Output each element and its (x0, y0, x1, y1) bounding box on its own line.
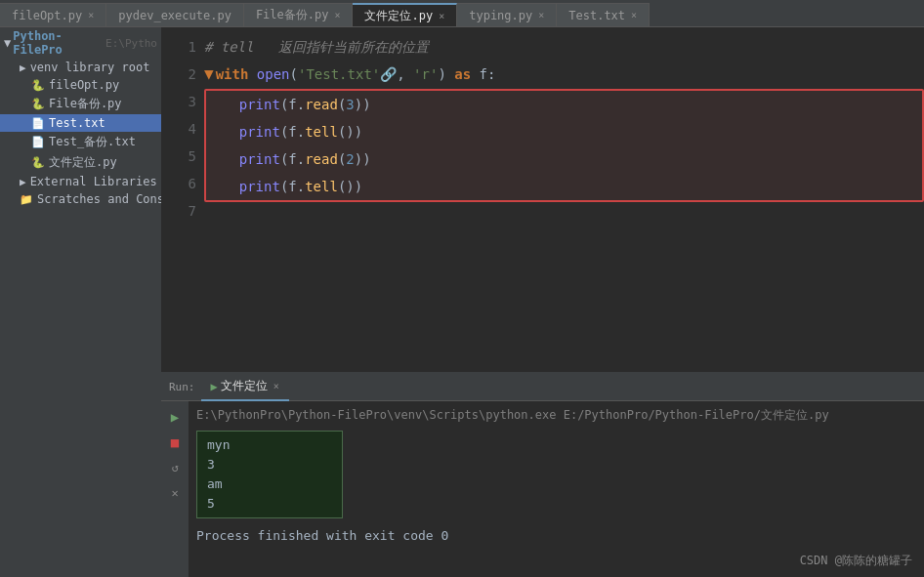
sidebar-item-label: Scratches and Consoles (37, 192, 161, 206)
arrow-icon: ▼ (4, 36, 11, 50)
tab-close-icon[interactable]: × (538, 10, 544, 21)
panel-content: ▶ ■ ↺ ✕ E:\PythonPro\Python-FilePro\venv… (161, 401, 924, 577)
code-token: print (239, 145, 280, 173)
code-line-2: ▼ with open ( 'Test.txt' 🔗 , 'r' ) as f: (204, 61, 924, 88)
project-path: E:\Pytho (105, 37, 157, 50)
arrow-icon: ▶ (20, 176, 26, 188)
code-token: ( (290, 61, 298, 88)
code-token (206, 91, 239, 118)
code-line-6: ⬛ print (f. tell ()) (206, 173, 922, 200)
code-line-3: print (f. read ( 3 )) (206, 91, 922, 118)
sidebar-item-venv[interactable]: ▶ venv library root (0, 59, 161, 76)
console-command: E:\PythonPro\Python-FilePro\venv\Scripts… (196, 405, 916, 425)
finish-message: Process finished with exit code 0 (196, 526, 916, 546)
code-token: tell (305, 173, 338, 200)
tab-label: typing.py (469, 9, 532, 22)
tab-test-txt[interactable]: Test.txt × (557, 3, 650, 26)
code-token: tell (305, 118, 338, 145)
panel-tab-label: 文件定位 (221, 378, 268, 394)
tab-label: File备份.py (256, 7, 329, 23)
tab-pydev[interactable]: pydev_execute.py (106, 3, 244, 26)
sidebar-item-test-backup[interactable]: 📄 Test_备份.txt (0, 132, 161, 152)
run-icon: ▶ (211, 380, 218, 393)
sidebar-item-label: 文件定位.py (49, 154, 117, 171)
code-token: (f. (280, 118, 305, 145)
sidebar: ▼ Python-FilePro E:\Pytho ▶ venv library… (0, 27, 161, 577)
run-label: Run: (169, 381, 195, 393)
code-token: as (454, 61, 479, 88)
code-token: f: (480, 61, 496, 88)
python-file-icon: 🐍 (31, 98, 45, 110)
code-token: 'r' (413, 61, 438, 88)
run-button[interactable]: ▶ (165, 407, 185, 427)
code-token: read (305, 145, 338, 173)
code-token: (f. (280, 173, 305, 200)
output-box: myn 3 am 5 (196, 431, 343, 518)
tab-fileopt[interactable]: fileOpt.py × (0, 3, 106, 26)
code-token: )) (355, 145, 371, 173)
highlighted-block: print (f. read ( 3 )) print (f. (204, 89, 924, 202)
tab-file-backup[interactable]: File备份.py × (244, 3, 354, 26)
output-line-4: 5 (207, 494, 332, 514)
tab-file-locate[interactable]: 文件定位.py × (353, 3, 457, 26)
code-token: # tell 返回指针当前所在的位置 (204, 33, 429, 61)
tab-close-icon[interactable]: × (439, 11, 444, 21)
tab-label: fileOpt.py (12, 9, 82, 22)
panel-tabs: Run: ▶ 文件定位 × (161, 374, 924, 401)
code-token: 3 (346, 91, 354, 118)
sidebar-project-root[interactable]: ▼ Python-FilePro E:\Pytho (0, 27, 161, 59)
code-line-4: print (f. tell ()) (206, 118, 922, 145)
code-line-7 (204, 203, 924, 230)
project-name: Python-FilePro (13, 29, 104, 57)
watermark: CSDN @陈陈的糖罐子 (800, 553, 912, 569)
tab-typing[interactable]: typing.py × (457, 3, 557, 26)
python-file-icon: 🐍 (31, 79, 45, 92)
arrow-icon: ▶ (20, 62, 26, 74)
code-token: ) (438, 61, 454, 88)
code-token: (f. (280, 145, 305, 173)
sidebar-item-label: Test.txt (49, 116, 105, 130)
sidebar-item-scratches[interactable]: 📁 Scratches and Consoles (0, 190, 161, 208)
sidebar-item-label: fileOpt.py (49, 78, 119, 92)
code-content[interactable]: # tell 返回指针当前所在的位置 ▼ with open ( 'Test.t… (204, 31, 924, 372)
tab-label: 文件定位.py (364, 8, 433, 24)
folder-icon: 📁 (20, 193, 33, 206)
output-line-2: 3 (207, 455, 332, 474)
code-token: )) (355, 91, 371, 118)
code-editor: 1 2 3 4 5 6 7 # tell 返回指针当前所在的位置 ▼ (161, 27, 924, 372)
code-token (206, 145, 239, 173)
console-output: E:\PythonPro\Python-FilePro\venv\Scripts… (189, 401, 924, 577)
sidebar-item-test-txt[interactable]: 📄 Test.txt (0, 114, 161, 132)
stop-button[interactable]: ■ (165, 433, 185, 452)
code-token: read (305, 91, 338, 118)
fold-icon: ▼ (204, 61, 214, 88)
sidebar-item-label: venv library root (30, 61, 150, 74)
code-line-1: # tell 返回指针当前所在的位置 (204, 33, 924, 61)
code-token: ()) (338, 173, 362, 200)
panel-tab-close-icon[interactable]: × (273, 381, 279, 392)
sidebar-item-file-backup[interactable]: 🐍 File备份.py (0, 94, 161, 114)
code-token (206, 173, 239, 200)
code-token (206, 118, 239, 145)
output-line-1: myn (207, 435, 332, 455)
close-panel-button[interactable]: ✕ (165, 483, 185, 503)
sidebar-item-label: Test_备份.txt (49, 134, 136, 150)
panel-tab-run[interactable]: ▶ 文件定位 × (201, 374, 289, 401)
code-token: ()) (338, 118, 362, 145)
sidebar-item-fileopt[interactable]: 🐍 fileOpt.py (0, 76, 161, 94)
output-line-3: am (207, 474, 332, 494)
bottom-panel: Run: ▶ 文件定位 × ▶ ■ ↺ ✕ E:\PythonPro\Pytho… (161, 372, 924, 577)
tab-close-icon[interactable]: × (631, 10, 637, 21)
tab-close-icon[interactable]: × (334, 10, 340, 21)
sidebar-item-external-libs[interactable]: ▶ External Libraries (0, 173, 161, 190)
code-token: open (257, 61, 290, 88)
rerun-button[interactable]: ↺ (165, 458, 185, 477)
code-line-5: print (f. read ( 2 )) (206, 145, 922, 173)
code-token: print (239, 118, 280, 145)
code-token: (f. (280, 91, 305, 118)
sidebar-item-file-locate[interactable]: 🐍 文件定位.py (0, 152, 161, 173)
sidebar-item-label: External Libraries (30, 175, 157, 188)
tab-label: pydev_execute.py (118, 9, 231, 22)
text-file-icon: 📄 (31, 117, 45, 130)
tab-close-icon[interactable]: × (88, 10, 94, 21)
